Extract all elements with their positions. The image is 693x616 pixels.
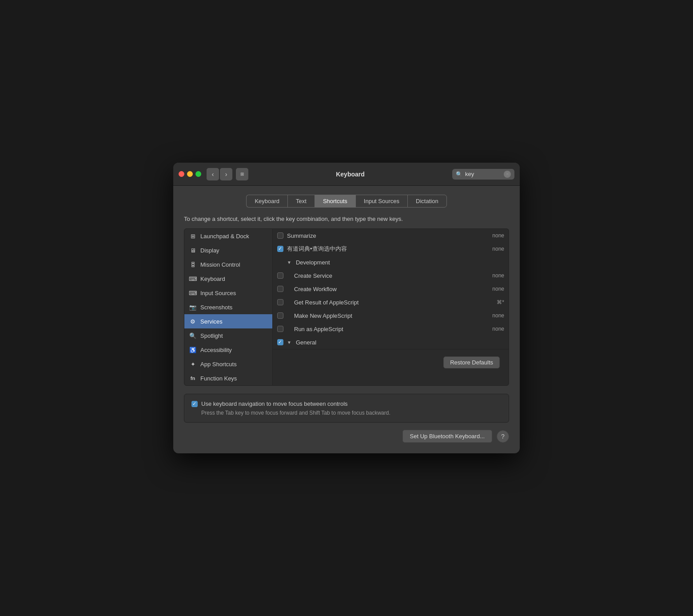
summarize-key: none	[492, 232, 504, 239]
sidebar-item-label-app-shortcuts: App Shortcuts	[200, 361, 237, 368]
sidebar-item-mission-control[interactable]: 🎛 Mission Control	[184, 257, 272, 272]
function-keys-icon: fn	[189, 374, 197, 382]
keyboard-preferences-window: ‹ › ⊞ Keyboard 🔍 ✕ Keyboard Text Shortcu…	[173, 163, 520, 453]
sidebar-item-launchpad[interactable]: ⊞ Launchpad & Dock	[184, 229, 272, 243]
shortcut-row-youdao[interactable]: 有道词典•查询选中内容 none	[273, 242, 509, 256]
keyboard-icon: ⌨	[189, 275, 197, 283]
create-service-check[interactable]	[277, 272, 283, 279]
sidebar-item-label-function-keys: Function Keys	[200, 375, 237, 382]
shortcut-row-create-service[interactable]: Create Service none	[273, 269, 509, 282]
close-button[interactable]	[179, 171, 184, 177]
shortcuts-panel: Summarize none 有道词典•查询选中内容 none	[273, 228, 509, 386]
get-result-key: ⌘*	[497, 299, 504, 305]
keyboard-nav-label: Use keyboard navigation to move focus be…	[201, 400, 348, 407]
general-section-checkbox[interactable]	[277, 339, 283, 345]
sidebar-item-function-keys[interactable]: fn Function Keys	[184, 371, 272, 385]
grid-button[interactable]: ⊞	[236, 168, 248, 180]
create-service-label: Create Service	[287, 272, 489, 279]
spotlight-icon: 🔍	[189, 332, 197, 340]
minimize-button[interactable]	[187, 171, 193, 177]
help-button[interactable]: ?	[497, 430, 509, 443]
sidebar-item-label-launchpad: Launchpad & Dock	[200, 233, 249, 240]
youdao-check[interactable]	[277, 246, 283, 252]
youdao-checkbox[interactable]	[277, 246, 283, 252]
display-icon: 🖥	[189, 246, 197, 254]
summarize-checkbox[interactable]	[277, 232, 283, 239]
create-service-checkbox[interactable]	[277, 272, 283, 279]
get-result-checkbox[interactable]	[277, 299, 283, 305]
accessibility-icon: ♿	[189, 346, 197, 354]
sidebar-item-label-input-sources: Input Sources	[200, 290, 236, 296]
make-new-key: none	[492, 312, 504, 319]
tab-text[interactable]: Text	[287, 195, 315, 208]
sidebar-item-screenshots[interactable]: 📷 Screenshots	[184, 300, 272, 314]
sidebar-item-app-shortcuts[interactable]: ✦ App Shortcuts	[184, 357, 272, 371]
get-result-check[interactable]	[277, 299, 283, 305]
input-sources-icon: ⌨	[189, 289, 197, 297]
section-development[interactable]: ▼ Development	[273, 256, 509, 269]
screenshots-icon: 📷	[189, 303, 197, 311]
keyboard-nav-checkbox[interactable]	[191, 401, 198, 407]
sidebar-item-label-screenshots: Screenshots	[200, 304, 232, 311]
summarize-label: Summarize	[287, 232, 489, 239]
development-toggle-icon: ▼	[287, 260, 291, 265]
sidebar-item-label-accessibility: Accessibility	[200, 347, 232, 353]
traffic-lights	[179, 171, 201, 177]
make-new-checkbox[interactable]	[277, 312, 283, 319]
restore-area: Restore Defaults	[273, 349, 509, 376]
search-input[interactable]	[465, 171, 501, 177]
tab-input-sources[interactable]: Input Sources	[355, 195, 407, 208]
restore-defaults-button[interactable]: Restore Defaults	[443, 356, 500, 368]
tab-keyboard[interactable]: Keyboard	[246, 195, 287, 208]
maximize-button[interactable]	[195, 171, 201, 177]
development-section-checkbox[interactable]	[277, 259, 283, 265]
general-toggle-icon: ▼	[287, 340, 291, 345]
tab-shortcuts[interactable]: Shortcuts	[315, 195, 355, 208]
sidebar-item-accessibility[interactable]: ♿ Accessibility	[184, 343, 272, 357]
create-workflow-checkbox[interactable]	[277, 286, 283, 292]
run-as-checkbox[interactable]	[277, 326, 283, 332]
tabs-bar: Keyboard Text Shortcuts Input Sources Di…	[184, 195, 509, 208]
shortcut-row-run-as[interactable]: Run as AppleScript none	[273, 322, 509, 336]
window-title: Keyboard	[252, 171, 449, 178]
shortcut-row-summarize[interactable]: Summarize none	[273, 229, 509, 242]
main-area: ⊞ Launchpad & Dock 🖥 Display 🎛 Mission C…	[184, 228, 509, 386]
forward-button[interactable]: ›	[220, 168, 232, 180]
create-workflow-key: none	[492, 286, 504, 292]
bluetooth-keyboard-button[interactable]: Set Up Bluetooth Keyboard...	[402, 430, 492, 443]
make-new-check[interactable]	[277, 312, 283, 319]
sidebar-item-services[interactable]: ⚙ Services	[184, 314, 272, 328]
nav-buttons: ‹ ›	[207, 168, 232, 180]
sidebar-item-keyboard[interactable]: ⌨ Keyboard	[184, 272, 272, 286]
keyboard-nav-description: Press the Tab key to move focus forward …	[201, 410, 502, 416]
shortcuts-list[interactable]: Summarize none 有道词典•查询选中内容 none	[273, 229, 509, 349]
general-section-check[interactable]	[277, 339, 283, 345]
create-workflow-check[interactable]	[277, 286, 283, 292]
search-clear-button[interactable]: ✕	[504, 171, 511, 178]
sidebar: ⊞ Launchpad & Dock 🖥 Display 🎛 Mission C…	[184, 228, 273, 386]
back-button[interactable]: ‹	[207, 168, 219, 180]
make-new-label: Make New AppleScript	[287, 312, 489, 319]
sidebar-item-display[interactable]: 🖥 Display	[184, 243, 272, 257]
development-section-label: Development	[296, 259, 330, 266]
search-box: 🔍 ✕	[452, 169, 514, 180]
titlebar: ‹ › ⊞ Keyboard 🔍 ✕	[173, 163, 520, 186]
shortcut-row-make-new[interactable]: Make New AppleScript none	[273, 309, 509, 322]
shortcut-row-get-result[interactable]: Get Result of AppleScript ⌘*	[273, 296, 509, 309]
sidebar-item-input-sources[interactable]: ⌨ Input Sources	[184, 286, 272, 300]
youdao-label: 有道词典•查询选中内容	[287, 245, 489, 253]
run-as-check[interactable]	[277, 326, 283, 332]
youdao-key: none	[492, 246, 504, 252]
run-as-label: Run as AppleScript	[287, 326, 489, 332]
create-service-key: none	[492, 272, 504, 279]
instruction-text: To change a shortcut, select it, click t…	[184, 216, 509, 222]
section-general[interactable]: ▼ General	[273, 336, 509, 349]
search-icon: 🔍	[456, 171, 462, 177]
sidebar-item-label-keyboard: Keyboard	[200, 276, 225, 282]
tab-dictation[interactable]: Dictation	[407, 195, 447, 208]
shortcut-row-create-workflow[interactable]: Create Workflow none	[273, 282, 509, 296]
create-workflow-label: Create Workflow	[287, 286, 489, 292]
keyboard-nav-checkbox-wrapper[interactable]	[191, 401, 198, 407]
summarize-check[interactable]	[277, 232, 283, 239]
sidebar-item-spotlight[interactable]: 🔍 Spotlight	[184, 328, 272, 343]
